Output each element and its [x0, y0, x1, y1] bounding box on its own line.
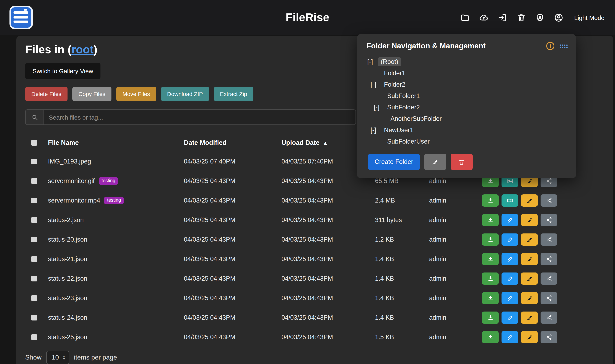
- tree-toggle[interactable]: [-]: [371, 127, 381, 134]
- upload-date: 04/03/25 04:43PM: [281, 197, 375, 204]
- drag-handle-icon[interactable]: [559, 44, 568, 48]
- rename-button[interactable]: [521, 214, 538, 226]
- edit-button[interactable]: [501, 253, 518, 265]
- rename-button[interactable]: [521, 234, 538, 246]
- copy-files-button[interactable]: Copy Files: [72, 87, 111, 101]
- delete-folder-button[interactable]: [451, 154, 473, 170]
- date-modified: 04/03/25 04:43PM: [184, 197, 281, 204]
- download-button[interactable]: [482, 195, 499, 207]
- move-files-button[interactable]: Move Files: [116, 87, 156, 101]
- edit-button[interactable]: [501, 214, 518, 226]
- file-name[interactable]: status-24.json: [48, 314, 87, 321]
- edit-button[interactable]: [501, 312, 518, 324]
- tree-folder-label[interactable]: SubFolder2: [384, 103, 423, 112]
- tree-node: [-]Folder2: [357, 79, 576, 90]
- delete-files-button[interactable]: Delete Files: [25, 87, 67, 101]
- folder-icon[interactable]: [460, 13, 470, 22]
- file-name[interactable]: status-25.json: [48, 334, 87, 341]
- file-name[interactable]: servermonitor.gif: [48, 177, 95, 185]
- tree-folder-label[interactable]: Folder1: [381, 69, 408, 78]
- edit-button[interactable]: [501, 292, 518, 304]
- tree-toggle[interactable]: [-]: [371, 81, 381, 88]
- tree-folder-label[interactable]: NewUser1: [381, 126, 416, 135]
- screen: FileRise Light Mode Files: [0, 0, 615, 364]
- row-checkbox[interactable]: [31, 315, 37, 321]
- root-link[interactable]: root: [71, 43, 93, 56]
- file-name[interactable]: status-20.json: [48, 236, 87, 243]
- table-row: status-2.json04/03/25 04:43PM04/03/25 04…: [25, 210, 604, 230]
- share-button[interactable]: [541, 273, 557, 285]
- upload-date: 04/03/25 04:43PM: [281, 275, 375, 282]
- row-checkbox[interactable]: [31, 334, 37, 340]
- share-button[interactable]: [541, 312, 557, 324]
- rename-button[interactable]: [521, 331, 538, 343]
- upload-date: 04/03/25 04:43PM: [281, 334, 375, 341]
- edit-button[interactable]: [501, 234, 518, 246]
- select-all-checkbox[interactable]: [31, 140, 37, 146]
- tree-folder-label[interactable]: Folder2: [381, 80, 408, 89]
- file-name[interactable]: status-23.json: [48, 294, 87, 302]
- rename-button[interactable]: [521, 292, 538, 304]
- row-checkbox[interactable]: [31, 217, 37, 223]
- tree-folder-label[interactable]: AnotherSubFolder: [388, 114, 445, 123]
- trash-icon[interactable]: [517, 13, 526, 22]
- row-checkbox[interactable]: [31, 256, 37, 262]
- file-name[interactable]: IMG_0193.jpeg: [48, 158, 91, 165]
- cloud-upload-icon[interactable]: [479, 13, 488, 22]
- download-button[interactable]: [482, 214, 499, 226]
- rename-folder-button[interactable]: [424, 154, 446, 170]
- edit-button[interactable]: [501, 331, 518, 343]
- logout-icon[interactable]: [498, 13, 507, 22]
- gallery-view-button[interactable]: Switch to Gallery View: [25, 63, 101, 79]
- column-header-date-modified[interactable]: Date Modified: [184, 139, 281, 146]
- file-name[interactable]: status-2.json: [48, 216, 84, 224]
- share-button[interactable]: [541, 331, 557, 343]
- row-checkbox[interactable]: [31, 295, 37, 301]
- app-logo-icon[interactable]: [9, 5, 33, 30]
- row-checkbox[interactable]: [31, 198, 37, 203]
- file-name[interactable]: servermonitor.mp4: [48, 197, 100, 204]
- download-button[interactable]: [482, 253, 499, 265]
- tree-folder-label[interactable]: (Root): [378, 57, 401, 66]
- download-button[interactable]: [482, 331, 499, 343]
- row-checkbox[interactable]: [31, 178, 37, 184]
- search-input[interactable]: [44, 110, 355, 124]
- edit-button[interactable]: [501, 273, 518, 285]
- rename-button[interactable]: [521, 195, 538, 207]
- rename-button[interactable]: [521, 273, 538, 285]
- file-name[interactable]: status-21.json: [48, 255, 87, 263]
- share-button[interactable]: [541, 214, 557, 226]
- show-label: Show: [25, 354, 41, 361]
- page-size-select[interactable]: 10 ▲▼: [46, 351, 69, 364]
- preview-video-button[interactable]: [501, 195, 518, 207]
- tree-folder-label[interactable]: SubFolder1: [384, 91, 423, 101]
- theme-toggle[interactable]: Light Mode: [574, 14, 604, 21]
- tree-folder-label[interactable]: SubFolderUser: [384, 137, 432, 146]
- download-button[interactable]: [482, 292, 499, 304]
- extract-zip-button[interactable]: Extract Zip: [214, 87, 253, 101]
- share-button[interactable]: [541, 292, 557, 304]
- download-button[interactable]: [482, 312, 499, 324]
- row-checkbox[interactable]: [31, 237, 37, 242]
- row-checkbox[interactable]: [31, 276, 37, 281]
- profile-icon[interactable]: [554, 13, 563, 22]
- share-button[interactable]: [541, 253, 557, 265]
- share-button[interactable]: [541, 234, 557, 246]
- rename-button[interactable]: [521, 253, 538, 265]
- tree-toggle[interactable]: [-]: [374, 104, 384, 111]
- download-button[interactable]: [482, 273, 499, 285]
- info-icon[interactable]: i: [546, 42, 554, 50]
- download-zip-button[interactable]: Download ZIP: [161, 87, 209, 101]
- uploader: admin: [429, 275, 482, 282]
- share-button[interactable]: [541, 195, 557, 207]
- user-shield-icon[interactable]: [535, 13, 545, 22]
- tree-toggle[interactable]: [-]: [367, 58, 378, 65]
- row-checkbox[interactable]: [31, 159, 37, 164]
- column-header-file-name[interactable]: File Name: [43, 139, 184, 146]
- create-folder-button[interactable]: Create Folder: [368, 154, 420, 170]
- file-name[interactable]: status-22.json: [48, 275, 87, 282]
- download-button[interactable]: [482, 234, 499, 246]
- uploader: admin: [429, 314, 482, 321]
- rename-button[interactable]: [521, 312, 538, 324]
- date-modified: 04/03/25 07:40PM: [184, 158, 281, 165]
